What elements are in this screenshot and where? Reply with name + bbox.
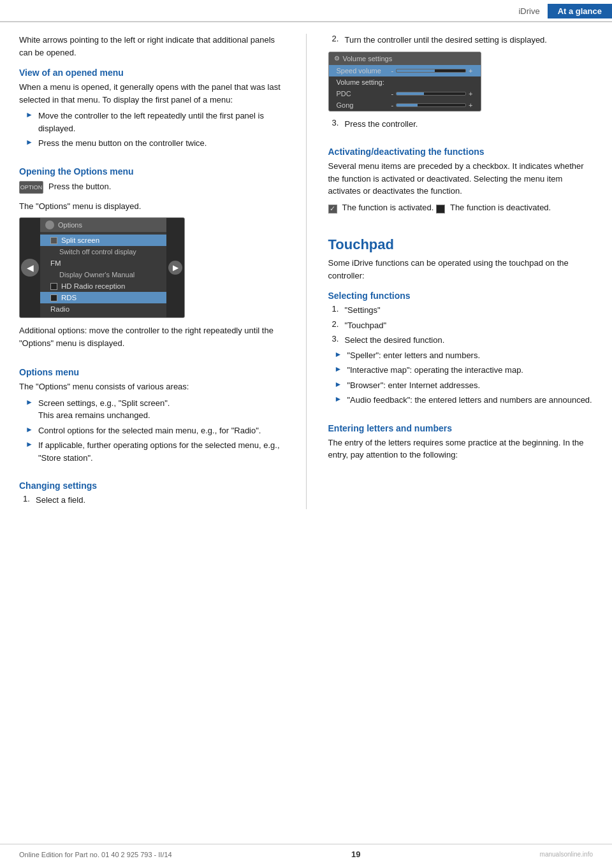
selecting-step3: 3. Select the desired function. xyxy=(328,334,594,347)
bullet-screen-settings: ► Screen settings, e.g., "Split screen".… xyxy=(19,397,284,422)
options-title: Options xyxy=(58,221,82,229)
bullet-browser: ► "Browser": enter Internet addresses. xyxy=(328,379,594,392)
menu-item-switch-off: Switch off control display xyxy=(40,246,166,257)
bullet-screen-sub: This area remains unchanged. xyxy=(38,410,150,420)
section-options-menu-title: Options menu xyxy=(19,367,284,377)
selecting-step2: 2. "Touchpad" xyxy=(328,319,594,332)
bullet-further-options: ► If applicable, further operating optio… xyxy=(19,439,284,464)
options-menu-screenshot: ◀ Options Split screen Switch off contro… xyxy=(19,217,185,318)
bullet-further-text: If applicable, further operating options… xyxy=(38,439,284,464)
menu-item-split-screen: Split screen xyxy=(40,235,166,246)
page-content: White arrows pointing to the left or rig… xyxy=(0,22,612,547)
bullet-speller-text: "Speller": enter letters and numbers. xyxy=(347,349,480,362)
entering-body: The entry of the letters requires some p… xyxy=(328,437,594,461)
bullet-move-controller: ► Move the controller to the left repeat… xyxy=(19,110,284,134)
press-button-text: Press the button. xyxy=(48,180,111,193)
bullet-arrow-7: ► xyxy=(335,365,342,373)
section-view-opened-menu-title: View of an opened menu xyxy=(19,68,284,78)
options-menu-content: Options Split screen Switch off control … xyxy=(40,218,166,317)
selecting-step2-text: "Touchpad" xyxy=(345,319,387,332)
intro-text: White arrows pointing to the left or rig… xyxy=(19,34,284,59)
options-titlebar: Options xyxy=(40,218,166,232)
watermark: manualsonline.info xyxy=(540,851,593,858)
menu-item-display-manual: Display Owner's Manual xyxy=(40,269,166,280)
column-divider xyxy=(306,34,307,509)
options-items: Split screen Switch off control display … xyxy=(40,232,166,317)
option-btn-label: OPTION xyxy=(20,184,43,191)
left-nav-arrow: ◀ xyxy=(21,259,39,277)
selecting-step3-text: Select the desired function. xyxy=(345,334,445,347)
additional-options-text: Additional options: move the controller … xyxy=(19,324,284,349)
page-header: iDrive At a glance xyxy=(0,0,612,22)
section-selecting-title: Selecting functions xyxy=(328,291,594,301)
options-menu-body: The "Options" menu consists of various a… xyxy=(19,380,284,393)
page-footer: Online Edition for Part no. 01 40 2 925 … xyxy=(0,844,612,859)
volume-setting-header: Volume setting: xyxy=(329,76,481,88)
footer-edition: Online Edition for Part no. 01 40 2 925 … xyxy=(19,851,172,858)
gong-item: Gong - + xyxy=(329,99,481,111)
menu-item-radio: Radio xyxy=(40,303,166,315)
bullet-arrow-8: ► xyxy=(335,380,342,389)
bullet-audio-text: "Audio feedback": the entered letters an… xyxy=(347,394,592,407)
step2-text: Turn the controller until the desired se… xyxy=(345,34,547,47)
touchpad-body: Some iDrive functions can be operated us… xyxy=(328,257,594,282)
bullet-move-text: Move the controller to the left repeated… xyxy=(38,110,284,134)
bullet-screen-main: Screen settings, e.g., "Split screen". xyxy=(38,398,170,408)
option-button-image: OPTION xyxy=(19,181,43,194)
check-deactivated-icon xyxy=(436,205,445,213)
section-changing-settings-title: Changing settings xyxy=(19,481,284,491)
menu-item-rds: RDS xyxy=(40,292,166,303)
activated-label: The function is activated. xyxy=(342,201,434,214)
bullet-control-text: Control options for the selected main me… xyxy=(38,424,261,437)
bullet-arrow-2: ► xyxy=(26,138,33,147)
bullet-arrow-5: ► xyxy=(26,440,33,449)
bullet-arrow-3: ► xyxy=(26,398,33,407)
page-number: 19 xyxy=(351,850,360,859)
check-activated-icon xyxy=(328,205,337,213)
section-opening-options-title: Opening the Options menu xyxy=(19,166,284,177)
check-icon-split xyxy=(50,237,57,244)
step2-item: 2. Turn the controller until the desired… xyxy=(328,34,594,47)
checkbox-hd-radio xyxy=(50,283,57,290)
bullet-arrow-1: ► xyxy=(26,110,33,119)
menu-item-hd-radio: HD Radio reception xyxy=(40,280,166,292)
bullet-interactive-map: ► "Interactive map": operating the inter… xyxy=(328,364,594,377)
bullet-control-options: ► Control options for the selected main … xyxy=(19,424,284,437)
bullet-press-text: Press the menu button on the controller … xyxy=(38,137,207,150)
volume-settings-screenshot: ⚙ Volume settings Speed volume - + Volum… xyxy=(328,52,481,112)
bullet-speller: ► "Speller": enter letters and numbers. xyxy=(328,349,594,362)
section-activating-title: Activating/deactivating the functions xyxy=(328,147,594,157)
options-menu-shown: The "Options" menu is displayed. xyxy=(19,200,284,213)
view-opened-menu-body: When a menu is opened, it generally open… xyxy=(19,81,284,106)
bullet-arrow-6: ► xyxy=(335,350,342,359)
speed-volume-item: Speed volume - + xyxy=(329,65,481,76)
bullet-browser-text: "Browser": enter Internet addresses. xyxy=(347,379,480,392)
right-nav-arrow: ▶ xyxy=(168,261,182,275)
section-entering-title: Entering letters and numbers xyxy=(328,423,594,433)
options-icon xyxy=(45,221,54,229)
selecting-step1: 1. "Settings" xyxy=(328,304,594,317)
menu-item-fm: FM xyxy=(40,257,166,269)
step3-text: Press the controller. xyxy=(345,118,418,131)
bullet-arrow-9: ► xyxy=(335,394,342,403)
bullet-arrow-4: ► xyxy=(26,425,33,434)
header-ataglance-label: At a glance xyxy=(548,4,612,18)
left-column: White arrows pointing to the left or rig… xyxy=(19,34,291,509)
deactivated-label: The function is deactivated. xyxy=(450,201,551,214)
checkbox-rds xyxy=(50,294,57,301)
activated-row: The function is activated. xyxy=(328,201,434,218)
bullet-press-menu: ► Press the menu button on the controlle… xyxy=(19,137,284,150)
header-idrive-label: iDrive xyxy=(511,4,547,18)
step3-item: 3. Press the controller. xyxy=(328,118,594,131)
selecting-step1-text: "Settings" xyxy=(345,304,381,317)
volume-titlebar: ⚙ Volume settings xyxy=(329,52,481,65)
volume-title: Volume settings xyxy=(343,55,393,62)
step-select-field: 1. Select a field. xyxy=(19,494,284,507)
pdc-item: PDC - + xyxy=(329,88,481,99)
section-touchpad-title: Touchpad xyxy=(328,236,594,253)
bullet-map-text: "Interactive map": operating the interac… xyxy=(347,364,523,377)
step1-text: Select a field. xyxy=(36,494,85,507)
activating-body: Several menu items are preceded by a che… xyxy=(328,160,594,198)
right-column: 2. Turn the controller until the desired… xyxy=(322,34,594,509)
bullet-audio-feedback: ► "Audio feedback": the entered letters … xyxy=(328,394,594,407)
